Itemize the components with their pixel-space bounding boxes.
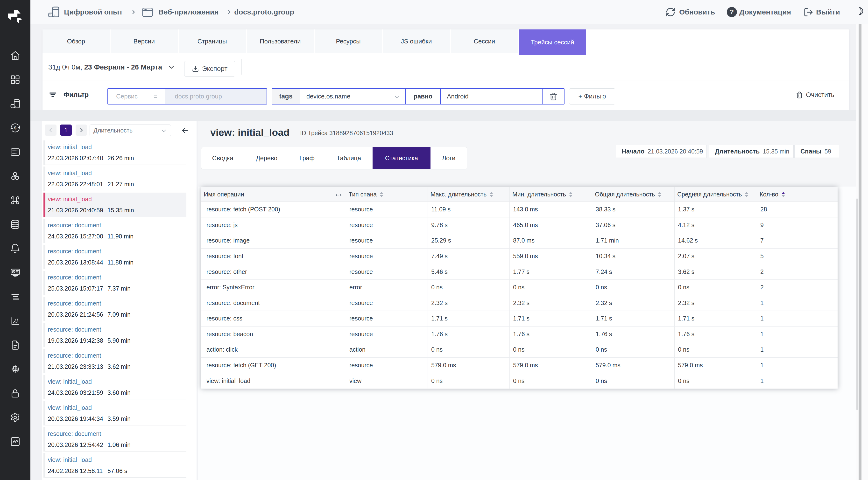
svg-text:$: $	[14, 126, 17, 130]
